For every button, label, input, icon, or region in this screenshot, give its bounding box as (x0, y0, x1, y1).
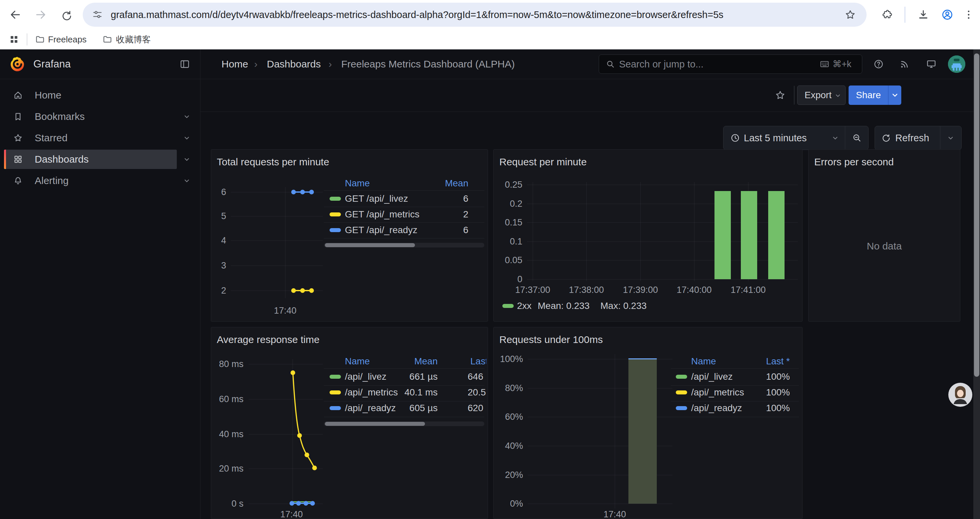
y-axis-tick: 0 (517, 273, 522, 285)
sidebar-item-dashboards[interactable] (4, 150, 177, 169)
menu-dots-icon[interactable] (963, 9, 974, 21)
sidebar-toggle-icon[interactable] (180, 59, 190, 69)
sidebar-divider (200, 50, 200, 519)
sidebar-item-starred[interactable] (4, 128, 177, 148)
series-color-pill (329, 197, 341, 201)
search-icon (605, 59, 616, 69)
user-avatar[interactable] (948, 56, 965, 73)
legend-series-name[interactable]: /api/_livez (345, 371, 387, 382)
clock-icon (730, 133, 740, 143)
home-icon (13, 90, 23, 100)
chevron-down-icon[interactable] (183, 112, 191, 121)
legend-value: 100% (766, 371, 790, 382)
legend-value: 661 µs (409, 371, 438, 382)
chevron-down-icon[interactable] (183, 176, 191, 185)
star-panel-icon[interactable] (775, 90, 786, 101)
bookmark-icon (13, 112, 23, 121)
keyboard-icon (819, 59, 830, 69)
legend-series-name[interactable]: 2xx (517, 300, 532, 311)
forward-icon[interactable] (35, 9, 47, 21)
selected-indicator (4, 150, 6, 169)
apps-grid-icon[interactable] (9, 34, 19, 45)
legend-scrollbar-thumb[interactable] (325, 422, 425, 426)
legend-header[interactable]: Mean (445, 178, 468, 189)
series-point (290, 501, 294, 506)
share-dropdown-button[interactable] (889, 86, 901, 105)
gridline-v (533, 182, 533, 281)
gridline-v (615, 354, 615, 509)
legend-header[interactable]: Name (345, 356, 370, 367)
legend-series-name[interactable]: /api/_livez (691, 371, 733, 382)
bookmark-folder-label[interactable]: 收藏博客 (116, 34, 151, 45)
y-axis-tick: 60 ms (219, 393, 243, 405)
brand-name: Grafana (33, 58, 71, 70)
chevron-down-icon[interactable] (946, 134, 955, 142)
gridline-v (640, 182, 641, 281)
sidebar-item-home[interactable] (4, 86, 177, 105)
chevron-down-icon[interactable] (183, 155, 191, 164)
legend-separator (324, 222, 484, 223)
folder-icon (35, 34, 45, 45)
legend-series-name[interactable]: /api/_readyz (691, 402, 742, 414)
legend-series-name[interactable]: GET /api/_livez (345, 193, 408, 204)
bookmark-folder-label[interactable]: Freeleaps (48, 34, 87, 45)
series-color-pill (329, 375, 341, 379)
panel-title[interactable]: Requests under 100ms (500, 334, 603, 345)
legend-value: 605 µs (409, 402, 438, 414)
refresh-label: Refresh (895, 132, 929, 144)
series-point (296, 501, 301, 506)
panel-title[interactable]: Total requests per minute (217, 156, 329, 168)
legend-separator (671, 401, 799, 401)
rss-icon[interactable] (899, 59, 910, 69)
legend-header[interactable]: Last * (766, 356, 790, 367)
legend-series-name[interactable]: /api/_metrics (691, 387, 744, 398)
legend-separator (324, 401, 484, 401)
legend-header[interactable]: Name (691, 356, 716, 367)
extensions-icon[interactable] (881, 9, 892, 21)
legend-series-name[interactable]: GET /api/_readyz (345, 224, 417, 236)
profile-icon[interactable] (941, 9, 953, 21)
legend-header[interactable]: Last * (470, 356, 486, 367)
panel-title[interactable]: Average response time (217, 334, 320, 345)
back-icon[interactable] (10, 9, 21, 21)
legend-series-name[interactable]: /api/_readyz (345, 402, 396, 414)
gridline-h (527, 279, 798, 279)
breadcrumb-dashboards[interactable]: Dashboards (267, 58, 321, 70)
legend-series-name[interactable]: GET /api/_metrics (345, 209, 420, 220)
legend-header[interactable]: Mean (414, 356, 438, 367)
legend-separator (324, 190, 484, 191)
sidebar-item-alerting[interactable] (4, 171, 177, 190)
chevron-down-icon[interactable] (183, 134, 191, 142)
legend-value: 620 (468, 402, 488, 414)
tune-icon[interactable] (92, 10, 103, 20)
legend-separator (671, 368, 799, 369)
legend-mean: Mean: 0.233 (538, 300, 590, 311)
bookmark-star-icon[interactable] (845, 9, 856, 21)
legend-value: 100% (766, 387, 790, 398)
panel-title[interactable]: Request per minute (500, 156, 587, 168)
help-icon[interactable] (873, 59, 884, 69)
legend-series-name[interactable]: /api/_metrics (345, 387, 398, 398)
download-icon[interactable] (917, 9, 929, 21)
panel-title[interactable]: Errors per second (814, 156, 894, 168)
series-color-pill (329, 212, 341, 216)
gridline-h (527, 204, 798, 204)
subheader-divider (200, 112, 980, 112)
reload-icon[interactable] (60, 9, 72, 21)
monitor-icon[interactable] (926, 58, 937, 70)
refresh-icon (881, 133, 891, 143)
series-color-pill (329, 406, 341, 410)
grid-icon (13, 154, 23, 164)
legend-header[interactable]: Name (345, 178, 370, 189)
zoom-out-icon (852, 133, 862, 143)
sidebar-item-label: Starred (35, 132, 67, 144)
breadcrumb-home[interactable]: Home (221, 58, 248, 70)
floating-avatar[interactable] (948, 383, 972, 407)
series-point (291, 288, 296, 293)
series-point (291, 190, 296, 194)
series-color-pill (676, 406, 687, 410)
bell-icon (13, 176, 23, 186)
page-scrollbar-thumb[interactable] (974, 53, 979, 377)
sidebar-item-bookmarks[interactable] (4, 107, 177, 126)
legend-scrollbar-thumb[interactable] (325, 243, 415, 247)
